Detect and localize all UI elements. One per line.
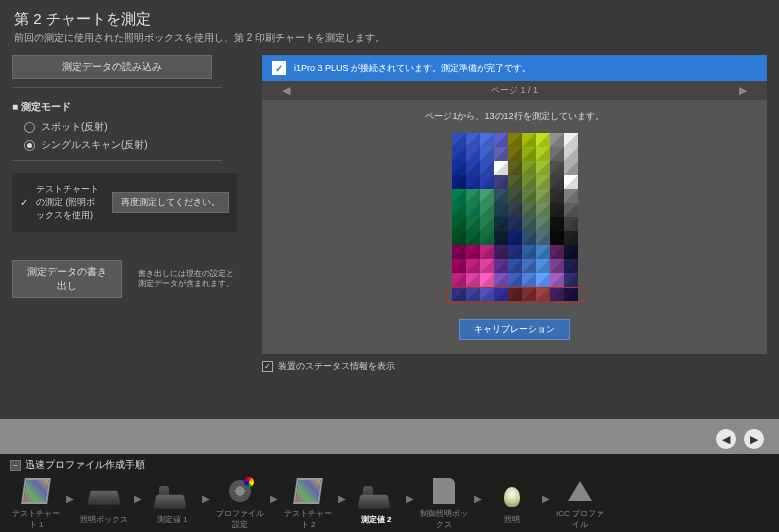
color-swatch xyxy=(550,147,564,161)
color-swatch xyxy=(480,217,494,231)
step-icon xyxy=(494,482,530,512)
color-swatch xyxy=(466,161,480,175)
color-swatch xyxy=(522,217,536,231)
color-swatch xyxy=(452,287,466,301)
step-label: プロファイル設定 xyxy=(214,508,266,530)
pager-next[interactable]: ▶ xyxy=(739,84,747,97)
color-swatch xyxy=(480,203,494,217)
measure-area: ページ1から、13の12行を測定しています。 キャリブレーション xyxy=(262,100,767,354)
workflow-step[interactable]: 測定値 2 xyxy=(350,482,402,525)
export-note-2: 測定データが含まれます。 xyxy=(138,279,234,289)
color-swatch xyxy=(494,161,508,175)
remeasure-button[interactable]: 再度測定してください。 xyxy=(112,192,229,213)
radio-scan-label: シングルスキャン(反射) xyxy=(41,138,148,152)
color-swatch xyxy=(522,189,536,203)
color-swatch xyxy=(522,245,536,259)
color-swatch xyxy=(536,231,550,245)
color-swatch xyxy=(480,245,494,259)
workflow-step[interactable]: プロファイル設定 xyxy=(214,476,266,530)
show-status-label: 装置のステータス情報を表示 xyxy=(278,360,395,373)
strip-toggle-icon[interactable]: − xyxy=(10,460,21,471)
color-swatch xyxy=(564,217,578,231)
page-title: 第 2 チャートを測定 xyxy=(14,10,765,29)
page-subtitle: 前回の測定に使用された照明ボックスを使用し、第 2 印刷チャートを測定します。 xyxy=(14,31,765,45)
color-swatch xyxy=(494,231,508,245)
color-swatch xyxy=(550,217,564,231)
chevron-right-icon: ▶ xyxy=(134,493,142,504)
workflow-step[interactable]: 制御照明ボックス xyxy=(418,476,470,530)
color-swatch xyxy=(480,189,494,203)
status-text: i1Pro 3 PLUS が接続されています。測定準備が完了です。 xyxy=(294,62,531,75)
color-swatch xyxy=(550,287,564,301)
color-swatch xyxy=(508,217,522,231)
step-label: ICC プロファイル xyxy=(554,508,606,530)
workflow-step[interactable]: 測定値 1 xyxy=(146,482,198,525)
radio-single-scan[interactable]: シングルスキャン(反射) xyxy=(24,138,242,152)
chevron-right-icon: ▶ xyxy=(270,493,278,504)
color-swatch xyxy=(536,273,550,287)
back-button[interactable]: ◀ xyxy=(715,428,737,450)
color-swatch xyxy=(494,287,508,301)
color-swatch xyxy=(494,217,508,231)
color-swatch xyxy=(564,203,578,217)
color-swatch xyxy=(564,287,578,301)
import-button[interactable]: 測定データの読み込み xyxy=(12,55,212,79)
color-swatch xyxy=(494,189,508,203)
color-swatch xyxy=(466,217,480,231)
step-label: テストチャート 1 xyxy=(10,508,62,530)
color-swatch xyxy=(522,203,536,217)
color-swatch xyxy=(480,133,494,147)
radio-spot-label: スポット(反射) xyxy=(41,120,108,134)
step-label: 測定値 1 xyxy=(157,514,188,525)
workflow-step[interactable]: ICC プロファイル xyxy=(554,476,606,530)
color-swatch xyxy=(466,147,480,161)
color-swatch xyxy=(564,189,578,203)
color-swatch xyxy=(536,259,550,273)
workflow-step[interactable]: 照明 xyxy=(486,482,538,525)
color-swatch xyxy=(508,259,522,273)
color-swatch xyxy=(480,147,494,161)
color-swatch xyxy=(480,161,494,175)
status-check-icon: ✓ xyxy=(272,61,286,75)
workflow-step[interactable]: テストチャート 2 xyxy=(282,476,334,530)
color-swatch xyxy=(522,231,536,245)
color-swatch xyxy=(452,133,466,147)
checkbox-checked-icon: ✓ xyxy=(262,361,273,372)
color-swatch xyxy=(452,217,466,231)
chevron-right-icon: ▶ xyxy=(338,493,346,504)
color-swatch xyxy=(522,133,536,147)
workflow-strip: − 迅速プロファイル作成手順 テストチャート 1▶照明ボックス▶測定値 1▶プロ… xyxy=(0,454,779,532)
step-label: テストチャート 2 xyxy=(282,508,334,530)
color-swatch xyxy=(550,133,564,147)
calibration-button[interactable]: キャリブレーション xyxy=(459,319,570,340)
color-swatch xyxy=(452,189,466,203)
workflow-step[interactable]: 照明ボックス xyxy=(78,482,130,525)
color-swatch xyxy=(466,259,480,273)
color-swatch xyxy=(536,133,550,147)
color-swatch xyxy=(522,273,536,287)
color-swatch xyxy=(494,175,508,189)
status-bar: ✓ i1Pro 3 PLUS が接続されています。測定準備が完了です。 xyxy=(262,55,767,81)
color-swatch xyxy=(550,203,564,217)
workflow-step[interactable]: テストチャート 1 xyxy=(10,476,62,530)
step-icon xyxy=(290,476,326,506)
color-swatch xyxy=(522,259,536,273)
color-swatch xyxy=(564,245,578,259)
step-icon xyxy=(86,482,122,512)
separator-strip xyxy=(0,419,779,455)
color-swatch xyxy=(480,273,494,287)
next-button[interactable]: ▶ xyxy=(743,428,765,450)
color-swatch xyxy=(452,273,466,287)
pager-text: ページ 1 / 1 xyxy=(491,84,538,97)
pager-prev[interactable]: ◀ xyxy=(282,84,290,97)
chevron-right-icon: ▶ xyxy=(542,493,550,504)
export-button[interactable]: 測定データの書き出し xyxy=(12,260,122,298)
mode-title: ■ 測定モード xyxy=(12,100,242,114)
color-swatch xyxy=(480,175,494,189)
chevron-right-icon: ▶ xyxy=(406,493,414,504)
radio-spot[interactable]: スポット(反射) xyxy=(24,120,242,134)
color-swatch xyxy=(550,175,564,189)
show-status-checkbox[interactable]: ✓ 装置のステータス情報を表示 xyxy=(262,360,767,373)
color-swatch xyxy=(480,259,494,273)
color-swatch xyxy=(564,231,578,245)
